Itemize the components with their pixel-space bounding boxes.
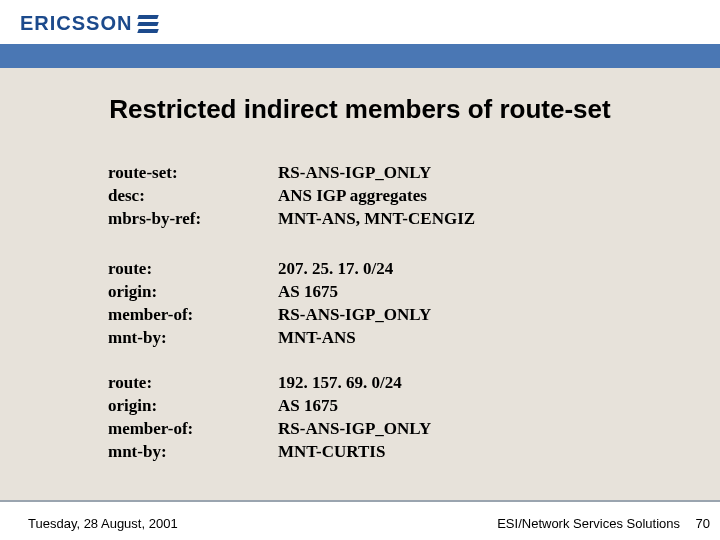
field-value: ANS IGP aggregates: [278, 185, 427, 208]
logo: ERICSSON: [20, 12, 158, 35]
field-label: mbrs-by-ref:: [108, 208, 278, 231]
route-block-2: route: 192. 157. 69. 0/24 origin: AS 167…: [108, 372, 431, 464]
field-value: RS-ANS-IGP_ONLY: [278, 304, 431, 327]
field-row: origin: AS 1675: [108, 395, 431, 418]
field-label: route-set:: [108, 162, 278, 185]
field-label: member-of:: [108, 304, 278, 327]
field-row: mbrs-by-ref: MNT-ANS, MNT-CENGIZ: [108, 208, 475, 231]
field-value: 192. 157. 69. 0/24: [278, 372, 402, 395]
field-row: route-set: RS-ANS-IGP_ONLY: [108, 162, 475, 185]
field-value: RS-ANS-IGP_ONLY: [278, 162, 431, 185]
footer-divider: [0, 500, 720, 502]
field-value: RS-ANS-IGP_ONLY: [278, 418, 431, 441]
header-bar: [0, 44, 720, 68]
field-label: member-of:: [108, 418, 278, 441]
route-set-block: route-set: RS-ANS-IGP_ONLY desc: ANS IGP…: [108, 162, 475, 231]
field-label: origin:: [108, 281, 278, 304]
route-block-1: route: 207. 25. 17. 0/24 origin: AS 1675…: [108, 258, 431, 350]
field-value: AS 1675: [278, 395, 338, 418]
field-row: route: 192. 157. 69. 0/24: [108, 372, 431, 395]
field-row: member-of: RS-ANS-IGP_ONLY: [108, 304, 431, 327]
header: ERICSSON: [0, 0, 720, 60]
footer-page-number: 70: [696, 516, 710, 531]
field-label: route:: [108, 372, 278, 395]
page-title: Restricted indirect members of route-set: [0, 94, 720, 125]
footer: Tuesday, 28 August, 2001 ESI/Network Ser…: [0, 506, 720, 540]
field-value: MNT-ANS, MNT-CENGIZ: [278, 208, 475, 231]
field-label: mnt-by:: [108, 441, 278, 464]
field-row: origin: AS 1675: [108, 281, 431, 304]
field-value: 207. 25. 17. 0/24: [278, 258, 393, 281]
logo-text: ERICSSON: [20, 12, 132, 35]
field-label: desc:: [108, 185, 278, 208]
footer-date: Tuesday, 28 August, 2001: [28, 516, 178, 531]
field-value: MNT-CURTIS: [278, 441, 385, 464]
field-row: mnt-by: MNT-ANS: [108, 327, 431, 350]
field-label: origin:: [108, 395, 278, 418]
field-label: mnt-by:: [108, 327, 278, 350]
field-row: mnt-by: MNT-CURTIS: [108, 441, 431, 464]
field-value: MNT-ANS: [278, 327, 356, 350]
field-row: desc: ANS IGP aggregates: [108, 185, 475, 208]
logo-bars-icon: [138, 15, 158, 33]
field-row: member-of: RS-ANS-IGP_ONLY: [108, 418, 431, 441]
footer-org: ESI/Network Services Solutions: [497, 516, 680, 531]
field-row: route: 207. 25. 17. 0/24: [108, 258, 431, 281]
field-value: AS 1675: [278, 281, 338, 304]
field-label: route:: [108, 258, 278, 281]
